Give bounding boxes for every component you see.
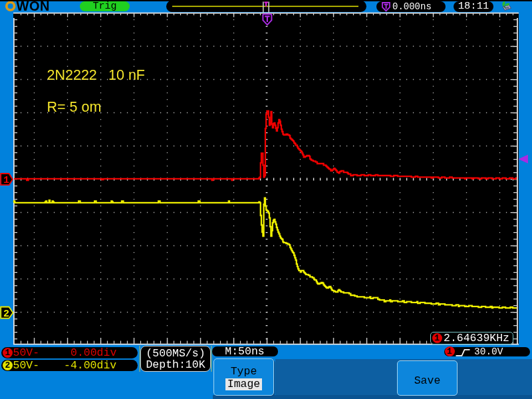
svg-text:1: 1 — [3, 175, 9, 186]
svg-text:2: 2 — [3, 309, 9, 320]
